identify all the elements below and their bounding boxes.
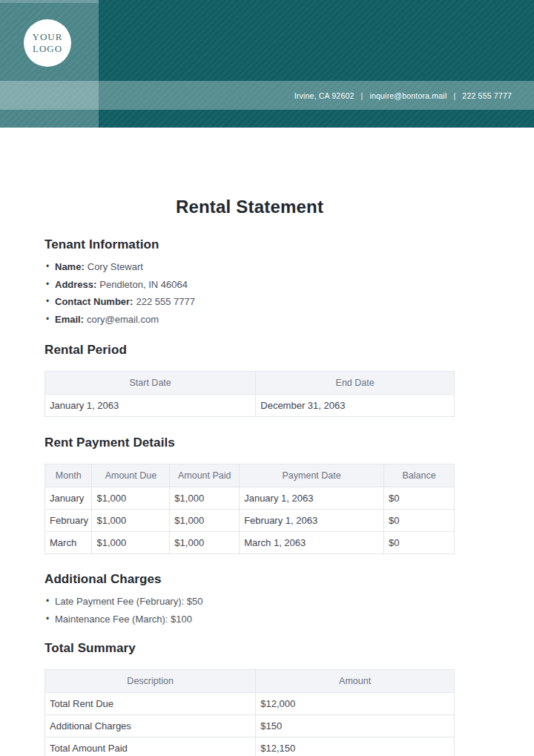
table-cell: March <box>45 532 92 554</box>
field-value: 222 555 7777 <box>136 296 195 307</box>
table-header-cell: Description <box>45 670 256 693</box>
table-header-cell: Payment Date <box>240 464 384 487</box>
section-heading: Rent Payment Details <box>44 435 455 450</box>
document-body: Rental Statement Tenant Information Name… <box>0 197 534 756</box>
contact-phone: 222 555 7777 <box>462 91 512 100</box>
list-item: Maintenance Fee (March): $100 <box>44 611 455 628</box>
header-contact-band: Irvine, CA 92602 | inquire@bontora.mail … <box>0 81 534 110</box>
field-label: Contact Number: <box>55 296 133 307</box>
rent-payment-table: Month Amount Due Amount Paid Payment Dat… <box>44 464 455 554</box>
table-header-cell: Amount Due <box>92 464 170 487</box>
table-cell: $0 <box>384 510 455 532</box>
list-item: Name:Cory Stewart <box>44 258 455 276</box>
field-value: Pendleton, IN 46064 <box>99 279 188 290</box>
list-item: Contact Number:222 555 7777 <box>44 293 455 311</box>
table-cell: January <box>45 487 92 510</box>
table-header-cell: Balance <box>384 464 455 487</box>
table-cell: March 1, 2063 <box>240 532 384 554</box>
rental-statement-page: Irvine, CA 92602 | inquire@bontora.mail … <box>0 0 534 756</box>
table-cell: $150 <box>256 715 455 737</box>
tenant-info-list: Name:Cory Stewart Address:Pendleton, IN … <box>44 258 455 328</box>
table-row: February $1,000 $1,000 February 1, 2063 … <box>45 510 455 532</box>
table-cell: Total Rent Due <box>45 693 256 715</box>
table-cell: Total Amount Paid <box>45 737 256 756</box>
table-cell: $12,000 <box>256 693 455 715</box>
contact-separator: | <box>453 91 455 100</box>
table-row: Total Rent Due $12,000 <box>45 693 455 715</box>
contact-location: Irvine, CA 92602 <box>294 91 355 100</box>
list-item: Address:Pendleton, IN 46064 <box>44 276 455 294</box>
table-row: Additional Charges $150 <box>45 715 455 737</box>
additional-charges-list: Late Payment Fee (February): $50 Mainten… <box>44 593 455 628</box>
rental-period-table: Start Date End Date January 1, 2063 Dece… <box>44 371 455 417</box>
section-rent-payment-details: Rent Payment Details Month Amount Due Am… <box>44 435 455 554</box>
table-header-cell: Amount <box>256 670 455 693</box>
section-rental-period: Rental Period Start Date End Date Januar… <box>44 343 455 417</box>
table-cell: December 31, 2063 <box>256 395 455 417</box>
table-header-cell: Month <box>45 464 92 487</box>
table-row: Total Amount Paid $12,150 <box>45 737 455 756</box>
table-cell: $1,000 <box>92 532 170 554</box>
table-header-row: Start Date End Date <box>45 372 455 395</box>
section-heading: Rental Period <box>44 343 455 358</box>
field-label: Email: <box>55 314 84 325</box>
section-total-summary: Total Summary Description Amount Total R… <box>44 641 455 756</box>
table-cell: $1,000 <box>170 487 240 510</box>
table-cell: $1,000 <box>170 532 240 554</box>
table-row: March $1,000 $1,000 March 1, 2063 $0 <box>45 532 455 554</box>
logo-text-line2: LOGO <box>33 43 62 55</box>
table-cell: $1,000 <box>92 487 170 510</box>
section-additional-charges: Additional Charges Late Payment Fee (Feb… <box>44 572 455 628</box>
list-item: Email:cory@email.com <box>44 311 455 329</box>
field-label: Name: <box>55 261 85 272</box>
table-cell: January 1, 2063 <box>45 395 256 417</box>
table-cell: $0 <box>384 487 455 510</box>
table-cell: February <box>45 510 92 532</box>
table-cell: $1,000 <box>92 510 170 532</box>
contact-info: Irvine, CA 92602 | inquire@bontora.mail … <box>294 91 534 100</box>
table-header-cell: Start Date <box>45 372 256 395</box>
contact-email: inquire@bontora.mail <box>369 91 446 100</box>
table-cell: $12,150 <box>256 737 455 756</box>
field-value: cory@email.com <box>87 314 159 325</box>
header-top-strip <box>0 0 99 3</box>
table-header-row: Description Amount <box>45 670 455 693</box>
logo: YOUR LOGO <box>24 19 71 67</box>
section-heading: Additional Charges <box>44 572 455 587</box>
letterhead: Irvine, CA 92602 | inquire@bontora.mail … <box>0 0 534 128</box>
section-heading: Tenant Information <box>44 237 455 252</box>
table-cell: $0 <box>384 532 455 554</box>
table-header-row: Month Amount Due Amount Paid Payment Dat… <box>45 464 455 487</box>
section-heading: Total Summary <box>44 641 455 656</box>
table-cell: $1,000 <box>170 510 240 532</box>
total-summary-table: Description Amount Total Rent Due $12,00… <box>44 669 455 756</box>
section-tenant-information: Tenant Information Name:Cory Stewart Add… <box>44 237 455 328</box>
page-title: Rental Statement <box>44 197 455 217</box>
table-cell: January 1, 2063 <box>240 487 384 510</box>
table-header-cell: End Date <box>256 372 455 395</box>
logo-text-line1: YOUR <box>33 31 63 43</box>
table-header-cell: Amount Paid <box>170 464 240 487</box>
table-cell: Additional Charges <box>45 715 256 737</box>
table-row: January 1, 2063 December 31, 2063 <box>45 395 455 417</box>
table-row: January $1,000 $1,000 January 1, 2063 $0 <box>45 487 455 510</box>
list-item: Late Payment Fee (February): $50 <box>44 593 455 611</box>
field-label: Address: <box>55 279 96 290</box>
contact-separator: | <box>361 91 363 100</box>
table-cell: February 1, 2063 <box>240 510 384 532</box>
field-value: Cory Stewart <box>88 261 143 272</box>
